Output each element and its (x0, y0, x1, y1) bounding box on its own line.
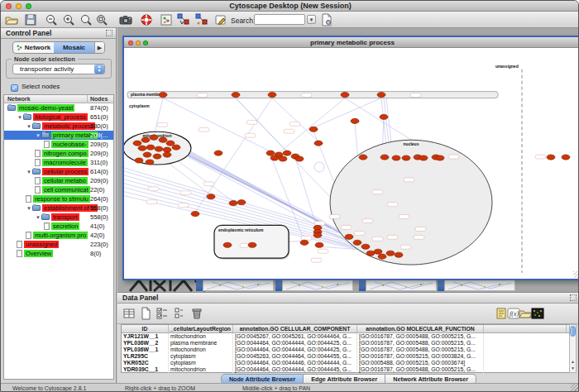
matrix-icon[interactable] (531, 307, 544, 320)
tree-item[interactable]: secretion41(0) (4, 222, 113, 231)
graph-node[interactable] (351, 118, 359, 123)
graph-node[interactable] (314, 141, 323, 146)
graph-node[interactable] (191, 211, 199, 216)
unselect-attributes-icon[interactable] (172, 307, 185, 320)
tree-item[interactable]: ▼transport558(0) (4, 213, 113, 222)
zoom-out-icon[interactable] (45, 13, 58, 26)
annotation-edit-icon[interactable] (214, 13, 227, 26)
tree-item[interactable]: Overview8(0) (4, 249, 113, 258)
node-label-pill[interactable] (246, 120, 257, 124)
float-panel-icon[interactable] (106, 30, 112, 36)
node-label-pill[interactable] (448, 155, 459, 159)
tabs-overflow-arrow[interactable]: ▶ (94, 42, 104, 53)
node-label-pill[interactable] (341, 225, 352, 229)
new-attribute-icon[interactable] (139, 307, 152, 320)
table-scrollbar[interactable]: ▲ ▼ (569, 324, 577, 373)
tree-item[interactable]: unassigned223(0) (4, 240, 113, 249)
tree-item[interactable]: nucleobase-209(0) (4, 140, 113, 149)
graph-node[interactable] (361, 244, 370, 249)
node-label-pill[interactable] (314, 221, 325, 225)
background-window-thumbnail[interactable] (203, 279, 274, 291)
network-resize-grip[interactable] (573, 271, 579, 278)
tree-item[interactable]: response to stimulu264(0) (4, 194, 113, 203)
node-color-dropdown[interactable]: transporter activity ▲▼ (12, 64, 105, 74)
disclosure-triangle-icon[interactable]: ▼ (26, 124, 32, 129)
graph-node[interactable] (315, 242, 323, 247)
background-window-thumbnail[interactable] (366, 279, 437, 291)
node-label-pill[interactable] (372, 237, 383, 241)
table-row[interactable]: YJR121W__1mitochondrion[GO:0045267, GO:0… (122, 333, 572, 340)
graph-node[interactable] (232, 93, 240, 98)
help-lifering-icon[interactable] (140, 13, 153, 26)
graph-node[interactable] (153, 154, 161, 159)
select-attributes-icon[interactable] (156, 307, 169, 320)
tree-col-nodes[interactable]: Nodes (90, 96, 108, 102)
node-label-pill[interactable] (414, 235, 424, 239)
graph-node[interactable] (229, 201, 237, 206)
dropdown-stepper-icon[interactable]: ▲▼ (94, 65, 104, 74)
background-window-edge[interactable] (438, 279, 444, 291)
graph-node[interactable] (279, 156, 287, 161)
tab-network[interactable]: Network (13, 42, 54, 53)
graph-node[interactable] (143, 152, 151, 157)
graph-node[interactable] (166, 141, 175, 146)
open-file-icon[interactable] (5, 13, 18, 26)
node-label-pill[interactable] (301, 236, 312, 240)
save-icon[interactable] (24, 13, 37, 26)
table-row[interactable]: YPL036W__1mitochondrion[GO:0044464, GO:0… (122, 347, 572, 353)
graph-node[interactable] (395, 252, 403, 257)
background-window-edge[interactable] (359, 279, 366, 291)
node-label-pill[interactable] (362, 219, 373, 223)
graph-node[interactable] (313, 232, 322, 237)
node-label-pill[interactable] (415, 227, 426, 231)
background-window-thumbnail[interactable] (282, 279, 353, 291)
table-row[interactable]: YKR052Ccytoplasm[GO:0044464, GO:0044446,… (122, 360, 572, 366)
graph-node[interactable] (159, 137, 167, 142)
float-panel-icon[interactable] (570, 294, 577, 301)
graph-node[interactable] (207, 194, 215, 199)
graph-node[interactable] (378, 254, 386, 259)
tree-item[interactable]: macromolecule311(0) (4, 158, 113, 167)
graph-node[interactable] (366, 251, 375, 256)
tree-item[interactable]: mosaic-demo-yeast874(0) (4, 103, 113, 112)
network-canvas[interactable]: plasma membranecytoplasmmitochondrionnuc… (124, 48, 579, 279)
node-label-pill[interactable] (301, 93, 312, 98)
node-label-pill[interactable] (400, 245, 411, 249)
select-nodes-checkbox[interactable]: ✓ (11, 84, 18, 92)
graph-node[interactable] (353, 240, 361, 245)
node-label-pill[interactable] (199, 127, 209, 131)
graph-node[interactable] (380, 155, 389, 160)
node-label-pill[interactable] (410, 93, 421, 98)
node-label-pill[interactable] (245, 133, 256, 137)
zoom-selected-icon[interactable] (95, 13, 108, 26)
scroll-down-icon[interactable]: ▼ (570, 365, 576, 371)
graph-node[interactable] (436, 155, 444, 160)
zoom-in-icon[interactable] (62, 13, 75, 26)
column-header[interactable]: ID (122, 325, 169, 332)
window-resize-grip[interactable] (571, 384, 578, 391)
graph-node[interactable] (270, 155, 279, 160)
node-label-pill[interactable] (180, 191, 191, 195)
tree-item[interactable]: ▼cellular process614(0) (4, 167, 113, 176)
tree-item[interactable]: multi-organism pro42(0) (4, 231, 113, 240)
background-window-edge[interactable] (275, 279, 282, 291)
node-label-pill[interactable] (354, 231, 365, 235)
node-label-pill[interactable] (372, 190, 383, 194)
graph-node[interactable] (345, 234, 353, 239)
table-row[interactable]: YLR295Ccytoplasm[GO:0045263, GO:0044464,… (122, 353, 572, 360)
node-label-pill[interactable] (404, 178, 414, 182)
graph-node[interactable] (402, 155, 410, 160)
graph-node[interactable] (237, 200, 246, 205)
disclosure-triangle-icon[interactable]: ▼ (26, 206, 32, 211)
graph-node[interactable] (300, 240, 309, 245)
graph-node[interactable] (295, 156, 304, 161)
tree-item[interactable]: cell communicat22(0) (4, 185, 113, 194)
node-label-pill[interactable] (203, 182, 214, 186)
node-label-pill[interactable] (290, 122, 300, 126)
graph-node[interactable] (138, 146, 146, 151)
snapshot-camera-icon[interactable] (119, 13, 132, 26)
tree-item[interactable]: ▼biological_process651(0) (4, 112, 113, 122)
column-header[interactable]: _cellularLayoutRegion (169, 325, 233, 332)
graph-node[interactable] (223, 242, 232, 247)
node-label-pill[interactable] (311, 258, 322, 262)
